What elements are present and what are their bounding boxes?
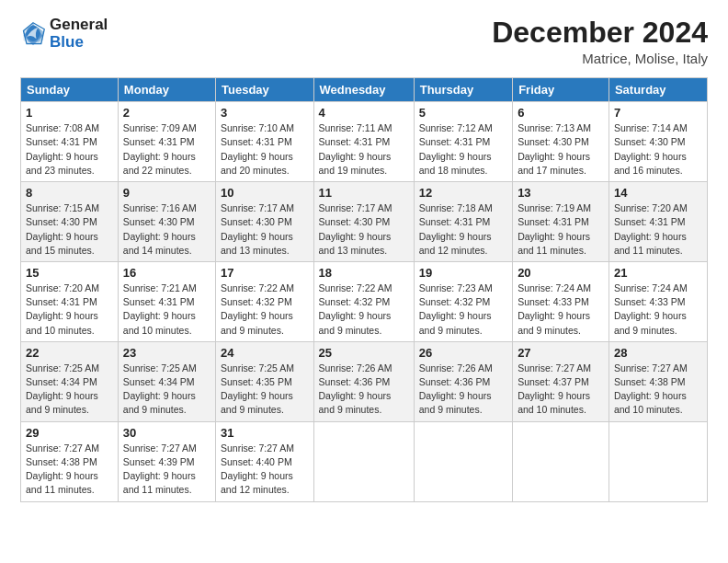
day-number: 9: [123, 186, 210, 200]
day-detail: Sunrise: 7:22 AMSunset: 4:32 PMDaylight:…: [221, 282, 294, 336]
calendar-week-row: 29 Sunrise: 7:27 AMSunset: 4:38 PMDaylig…: [21, 421, 708, 501]
calendar-cell: 4 Sunrise: 7:11 AMSunset: 4:31 PMDayligh…: [313, 102, 414, 182]
calendar-cell: 21 Sunrise: 7:24 AMSunset: 4:33 PMDaylig…: [609, 261, 707, 341]
day-number: 2: [123, 106, 210, 120]
day-detail: Sunrise: 7:25 AMSunset: 4:34 PMDaylight:…: [123, 362, 197, 416]
calendar-cell: 16 Sunrise: 7:21 AMSunset: 4:31 PMDaylig…: [118, 261, 215, 341]
calendar-cell: 27 Sunrise: 7:27 AMSunset: 4:37 PMDaylig…: [513, 341, 609, 421]
day-number: 28: [614, 346, 702, 360]
day-number: 23: [123, 346, 210, 360]
day-detail: Sunrise: 7:22 AMSunset: 4:32 PMDaylight:…: [319, 282, 392, 336]
logo-text: General Blue: [50, 17, 108, 51]
day-number: 30: [123, 426, 210, 440]
day-number: 21: [614, 266, 702, 280]
day-detail: Sunrise: 7:11 AMSunset: 4:31 PMDaylight:…: [319, 122, 392, 176]
day-number: 20: [518, 266, 604, 280]
calendar-cell: [313, 421, 414, 501]
day-detail: Sunrise: 7:09 AMSunset: 4:31 PMDaylight:…: [123, 122, 197, 176]
calendar-cell: 30 Sunrise: 7:27 AMSunset: 4:39 PMDaylig…: [118, 421, 215, 501]
day-number: 16: [123, 266, 210, 280]
day-detail: Sunrise: 7:26 AMSunset: 4:36 PMDaylight:…: [319, 362, 392, 416]
day-of-week-header: Sunday: [21, 78, 119, 102]
page: General Blue December 2024 Matrice, Moli…: [0, 0, 728, 563]
calendar-cell: 11 Sunrise: 7:17 AMSunset: 4:30 PMDaylig…: [313, 182, 414, 262]
day-detail: Sunrise: 7:20 AMSunset: 4:31 PMDaylight:…: [614, 202, 688, 256]
day-detail: Sunrise: 7:15 AMSunset: 4:30 PMDaylight:…: [26, 202, 99, 256]
day-of-week-header: Wednesday: [313, 78, 414, 102]
calendar-week-row: 22 Sunrise: 7:25 AMSunset: 4:34 PMDaylig…: [21, 341, 708, 421]
calendar-cell: 26 Sunrise: 7:26 AMSunset: 4:36 PMDaylig…: [414, 341, 512, 421]
day-detail: Sunrise: 7:27 AMSunset: 4:40 PMDaylight:…: [221, 442, 294, 496]
day-detail: Sunrise: 7:27 AMSunset: 4:38 PMDaylight:…: [26, 442, 99, 496]
calendar-header-row: SundayMondayTuesdayWednesdayThursdayFrid…: [21, 78, 708, 102]
day-number: 3: [221, 106, 309, 120]
day-number: 7: [614, 106, 702, 120]
day-number: 24: [221, 346, 309, 360]
day-of-week-header: Thursday: [414, 78, 512, 102]
day-number: 18: [319, 266, 409, 280]
day-number: 27: [518, 346, 604, 360]
calendar-cell: 8 Sunrise: 7:15 AMSunset: 4:30 PMDayligh…: [21, 182, 119, 262]
calendar-cell: 29 Sunrise: 7:27 AMSunset: 4:38 PMDaylig…: [21, 421, 119, 501]
calendar-cell: 3 Sunrise: 7:10 AMSunset: 4:31 PMDayligh…: [216, 102, 314, 182]
day-of-week-header: Friday: [513, 78, 609, 102]
calendar-cell: [609, 421, 707, 501]
day-detail: Sunrise: 7:21 AMSunset: 4:31 PMDaylight:…: [123, 282, 197, 336]
logo: General Blue: [20, 17, 108, 51]
calendar-cell: 20 Sunrise: 7:24 AMSunset: 4:33 PMDaylig…: [513, 261, 609, 341]
day-number: 22: [26, 346, 113, 360]
calendar-cell: 14 Sunrise: 7:20 AMSunset: 4:31 PMDaylig…: [609, 182, 707, 262]
calendar-week-row: 8 Sunrise: 7:15 AMSunset: 4:30 PMDayligh…: [21, 182, 708, 262]
day-detail: Sunrise: 7:10 AMSunset: 4:31 PMDaylight:…: [221, 122, 294, 176]
calendar-cell: 7 Sunrise: 7:14 AMSunset: 4:30 PMDayligh…: [609, 102, 707, 182]
location-title: Matrice, Molise, Italy: [492, 51, 708, 66]
day-of-week-header: Saturday: [609, 78, 707, 102]
calendar-cell: 31 Sunrise: 7:27 AMSunset: 4:40 PMDaylig…: [216, 421, 314, 501]
title-block: December 2024 Matrice, Molise, Italy: [492, 17, 708, 66]
day-number: 29: [26, 426, 113, 440]
day-detail: Sunrise: 7:25 AMSunset: 4:34 PMDaylight:…: [26, 362, 99, 416]
calendar-cell: 19 Sunrise: 7:23 AMSunset: 4:32 PMDaylig…: [414, 261, 512, 341]
calendar-week-row: 1 Sunrise: 7:08 AMSunset: 4:31 PMDayligh…: [21, 102, 708, 182]
day-detail: Sunrise: 7:27 AMSunset: 4:37 PMDaylight:…: [518, 362, 591, 416]
day-number: 5: [419, 106, 507, 120]
day-detail: Sunrise: 7:12 AMSunset: 4:31 PMDaylight:…: [419, 122, 493, 176]
day-of-week-header: Tuesday: [216, 78, 314, 102]
day-number: 25: [319, 346, 409, 360]
calendar-cell: 24 Sunrise: 7:25 AMSunset: 4:35 PMDaylig…: [216, 341, 314, 421]
calendar-table: SundayMondayTuesdayWednesdayThursdayFrid…: [20, 77, 708, 501]
day-number: 17: [221, 266, 309, 280]
day-detail: Sunrise: 7:14 AMSunset: 4:30 PMDaylight:…: [614, 122, 688, 176]
day-number: 12: [419, 186, 507, 200]
day-detail: Sunrise: 7:13 AMSunset: 4:30 PMDaylight:…: [518, 122, 591, 176]
day-number: 4: [319, 106, 409, 120]
day-detail: Sunrise: 7:26 AMSunset: 4:36 PMDaylight:…: [419, 362, 493, 416]
day-detail: Sunrise: 7:24 AMSunset: 4:33 PMDaylight:…: [614, 282, 688, 336]
calendar-cell: 9 Sunrise: 7:16 AMSunset: 4:30 PMDayligh…: [118, 182, 215, 262]
calendar-cell: 5 Sunrise: 7:12 AMSunset: 4:31 PMDayligh…: [414, 102, 512, 182]
day-number: 13: [518, 186, 604, 200]
calendar-cell: 17 Sunrise: 7:22 AMSunset: 4:32 PMDaylig…: [216, 261, 314, 341]
day-number: 6: [518, 106, 604, 120]
day-detail: Sunrise: 7:23 AMSunset: 4:32 PMDaylight:…: [419, 282, 493, 336]
day-number: 1: [26, 106, 113, 120]
calendar-cell: [414, 421, 512, 501]
calendar-cell: 18 Sunrise: 7:22 AMSunset: 4:32 PMDaylig…: [313, 261, 414, 341]
day-detail: Sunrise: 7:20 AMSunset: 4:31 PMDaylight:…: [26, 282, 99, 336]
day-number: 19: [419, 266, 507, 280]
day-number: 8: [26, 186, 113, 200]
calendar-cell: 28 Sunrise: 7:27 AMSunset: 4:38 PMDaylig…: [609, 341, 707, 421]
day-detail: Sunrise: 7:25 AMSunset: 4:35 PMDaylight:…: [221, 362, 294, 416]
day-detail: Sunrise: 7:27 AMSunset: 4:39 PMDaylight:…: [123, 442, 197, 496]
calendar-cell: 6 Sunrise: 7:13 AMSunset: 4:30 PMDayligh…: [513, 102, 609, 182]
day-detail: Sunrise: 7:16 AMSunset: 4:30 PMDaylight:…: [123, 202, 197, 256]
day-number: 26: [419, 346, 507, 360]
calendar-cell: 10 Sunrise: 7:17 AMSunset: 4:30 PMDaylig…: [216, 182, 314, 262]
calendar-cell: 23 Sunrise: 7:25 AMSunset: 4:34 PMDaylig…: [118, 341, 215, 421]
calendar-cell: 13 Sunrise: 7:19 AMSunset: 4:31 PMDaylig…: [513, 182, 609, 262]
calendar-cell: 1 Sunrise: 7:08 AMSunset: 4:31 PMDayligh…: [21, 102, 119, 182]
calendar-cell: 2 Sunrise: 7:09 AMSunset: 4:31 PMDayligh…: [118, 102, 215, 182]
day-detail: Sunrise: 7:27 AMSunset: 4:38 PMDaylight:…: [614, 362, 688, 416]
day-number: 10: [221, 186, 309, 200]
month-title: December 2024: [492, 17, 708, 49]
